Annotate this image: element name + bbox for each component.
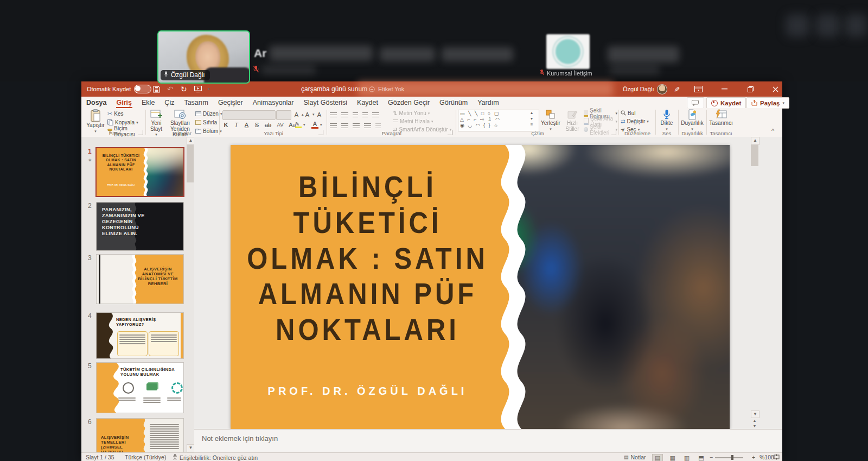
tab-slayt-gosterisi[interactable]: Slayt Gösterisi <box>298 97 352 108</box>
inking-pen-icon[interactable]: ✎ <box>674 81 680 97</box>
tab-ciz[interactable]: Çiz <box>159 97 179 108</box>
strikethrough-button[interactable]: S <box>253 122 260 128</box>
clear-formatting-button[interactable]: A <box>316 111 323 118</box>
tab-gozden-gecir[interactable]: Gözden Geçir <box>383 97 435 108</box>
strike-ab-button[interactable]: ab <box>264 122 272 128</box>
align-text-button[interactable]: Metni Hizala▾ <box>393 118 451 125</box>
tab-dosya[interactable]: Dosya <box>81 97 112 108</box>
zoom-level[interactable]: %108 <box>760 454 774 460</box>
character-spacing-button[interactable]: AV <box>276 122 285 128</box>
align-left-icon[interactable] <box>330 123 337 129</box>
reset-button[interactable]: Sıfırla <box>195 119 222 126</box>
sensitivity-button[interactable]: Duyarlılık▾ <box>680 109 704 131</box>
tab-animasyonlar[interactable]: Animasyonlar <box>248 97 299 108</box>
minimize-button[interactable] <box>715 81 733 97</box>
line-spacing-icon[interactable] <box>372 112 379 118</box>
record-button[interactable]: Kaydet <box>706 97 746 109</box>
slide-thumbnail-6[interactable]: ALIŞVERİŞİN TEMELLERİ (ZİHİNSEL HAZIRLIK… <box>97 419 183 452</box>
reading-view-button[interactable]: ▥ <box>682 454 692 461</box>
text-direction-button[interactable]: ⇅Metin Yönü▾ <box>393 110 451 117</box>
account-name[interactable]: Özgül Dağlı <box>623 81 667 97</box>
save-button[interactable] <box>153 81 160 97</box>
canvas-scroll-up[interactable]: ▲ <box>751 137 760 145</box>
slideshow-view-button[interactable]: ⬒ <box>696 454 706 461</box>
align-right-icon[interactable] <box>353 123 360 129</box>
slide-indicator[interactable]: Slayt 1 / 35 <box>86 454 114 460</box>
presenter-webcam[interactable]: Özgül Dağlı <box>157 30 250 84</box>
increase-indent-icon[interactable] <box>362 112 368 118</box>
tab-tasarim[interactable]: Tasarım <box>179 97 213 108</box>
close-button[interactable] <box>766 81 784 97</box>
zoom-out-button[interactable]: − <box>710 454 713 460</box>
canvas-scroll-thumb[interactable] <box>751 144 758 166</box>
tab-gorunum[interactable]: Görünüm <box>435 97 473 108</box>
tab-giris[interactable]: Giriş <box>112 97 137 108</box>
start-slideshow-button[interactable] <box>194 81 202 97</box>
redo-button[interactable]: ↻ <box>181 81 187 97</box>
zoom-in-button[interactable]: + <box>752 454 755 460</box>
paste-button[interactable]: Yapıştır▾ <box>86 109 105 133</box>
autosave-control[interactable]: Otomatik Kaydet <box>87 81 151 97</box>
canvas-scroll-down[interactable]: ▼ <box>751 411 760 418</box>
ribbon-display-options-icon[interactable] <box>694 81 703 97</box>
underline-button[interactable]: A <box>243 122 250 128</box>
dictate-button[interactable]: Dikte▾ <box>658 109 676 131</box>
zoom-slider-thumb[interactable] <box>731 455 733 460</box>
notes-placeholder[interactable]: Not eklemek için tıklayın <box>202 434 278 443</box>
decrease-indent-icon[interactable] <box>353 112 358 118</box>
comments-button[interactable] <box>687 97 704 109</box>
arrange-button[interactable]: Yerleştir▾ <box>539 109 562 131</box>
zoom-slider-track[interactable] <box>715 457 743 458</box>
find-button[interactable]: Bul <box>621 110 649 117</box>
slide-subtitle[interactable]: PROF. DR. ÖZGÜL DAĞLI <box>231 385 505 397</box>
font-name-input[interactable] <box>222 110 276 120</box>
current-slide[interactable]: BİLİNÇLİ TÜKETİCİ OLMAK : SATIN ALMANIN … <box>231 145 730 429</box>
accessibility-checker[interactable]: Erişilebilirlik: Önerilere göz atın <box>173 454 258 461</box>
shapes-gallery[interactable]: ▭ ╲ ╲ □ ○ ▢ △ ⌐ ⌐ ⇨ ⇩ ◠ ◉ ◡ ◠ { } ☆ <box>458 110 539 131</box>
fit-slide-button[interactable] <box>774 454 780 460</box>
tab-gecisler[interactable]: Geçişler <box>213 97 248 108</box>
slide-sorter-view-button[interactable]: ▦ <box>667 454 677 461</box>
notes-pane[interactable]: Not eklemek için tıklayın <box>194 429 782 453</box>
next-slide-button[interactable]: ▼ <box>751 424 758 429</box>
font-color-button[interactable]: A▾ <box>311 121 322 128</box>
previous-slide-button[interactable]: ▲ <box>751 418 758 424</box>
thumbnail-scroll-thumb[interactable] <box>187 144 194 182</box>
slide-thumbnail-2[interactable]: PARANIZIN, ZAMANINIZIN VE GEZEGENİN KONT… <box>97 203 183 250</box>
share-button[interactable]: Paylaş ▾ <box>746 97 789 109</box>
tab-yardim[interactable]: Yardım <box>473 97 503 108</box>
layout-button[interactable]: Düzen▾ <box>195 110 222 117</box>
shapes-gallery-scroll[interactable]: ▴▾≡ <box>528 110 535 128</box>
replace-button[interactable]: ⇄Değiştir▾ <box>621 118 649 125</box>
justify-icon[interactable] <box>364 123 371 129</box>
normal-view-button[interactable]: ▤ <box>652 454 663 461</box>
undo-button[interactable]: ↶ <box>167 81 174 97</box>
shrink-font-button[interactable]: A▾ <box>304 111 315 118</box>
align-center-icon[interactable] <box>341 123 348 129</box>
italic-button[interactable]: T <box>233 122 240 128</box>
highlight-color-button[interactable]: ✎▾ <box>295 121 305 128</box>
slide-title[interactable]: BİLİNÇLİ TÜKETİCİ OLMAK : SATIN ALMANIN … <box>231 169 505 348</box>
bold-button[interactable]: K <box>222 122 229 128</box>
thumbnail-scroll-down[interactable]: ▼ <box>187 444 194 452</box>
quick-styles-button[interactable]: HızlıStiller <box>563 109 582 132</box>
collapse-ribbon-icon[interactable]: ^ <box>771 128 774 134</box>
slide-thumbnail-4[interactable]: NEDEN ALIŞVERİŞ YAPIYORUZ? <box>97 313 183 358</box>
font-size-input[interactable] <box>276 110 291 120</box>
restore-button[interactable] <box>741 81 760 97</box>
tab-ekle[interactable]: Ekle <box>137 97 159 108</box>
thumbnail-scroll-up[interactable]: ▲ <box>187 137 194 145</box>
language-indicator[interactable]: Türkçe (Türkiye) <box>125 454 166 460</box>
columns-icon[interactable] <box>375 123 381 129</box>
numbering-icon[interactable] <box>341 112 348 118</box>
quick-access-more-icon[interactable]: ▾ <box>208 81 210 97</box>
slide-thumbnail-5[interactable]: TÜKETİM ÇILGINLIĞINDA YOLUNU BULMAK <box>97 363 183 413</box>
grow-font-button[interactable]: A▴ <box>293 111 304 118</box>
bullets-icon[interactable] <box>330 112 337 118</box>
slide-thumbnail-3[interactable]: ALIŞVERİŞİN ANATOMİSİ VE BİLİNÇLİ TÜKETİ… <box>97 255 183 304</box>
designer-button[interactable]: Tasarımcı <box>709 109 733 127</box>
tab-kaydet[interactable]: Kaydet <box>352 97 383 108</box>
slide-thumbnail-1[interactable]: BİLİNÇLİ TÜKETİCİ OLMAK : SATIN ALMANIN … <box>97 148 183 196</box>
notes-toggle-button[interactable]: ▤Notlar <box>624 454 646 460</box>
cut-button[interactable]: ✂Kes <box>107 110 144 117</box>
